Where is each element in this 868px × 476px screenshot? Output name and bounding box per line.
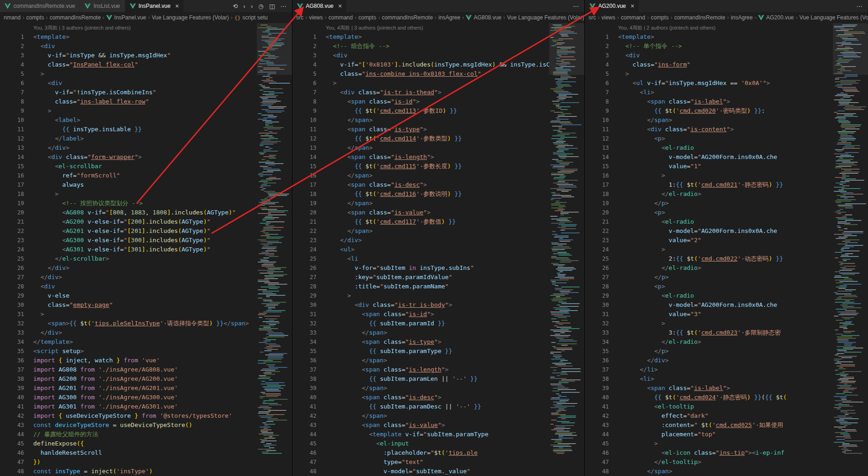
code-line[interactable]: 10 <label> [0,116,257,125]
code-line[interactable]: 29 <el-radio [585,291,833,300]
code-line[interactable]: 27 :key="subItem.paramIdValue" [292,273,549,282]
code-line[interactable]: 8 <span class="is-label"> [585,97,833,106]
code-line[interactable]: 43const deviceTypeStore = useDeviceTypeS… [0,421,257,430]
code-line[interactable]: 21 <AG200 v-else-if="[200].includes(AGTy… [0,217,257,226]
code-line[interactable]: 27 </div> [0,273,257,282]
code-line[interactable]: 34 </el-radio> [585,337,833,347]
code-line[interactable]: 21 {{ $t('cmd.cmd117'·参数值) }} [292,217,549,226]
tab-inslist-vue[interactable]: InsList.vue [80,0,125,12]
code-line[interactable]: 35<script setup> [0,347,257,356]
code-line[interactable]: 45defineExpose({ [0,439,257,448]
code-line[interactable]: 27 </p> [585,273,833,282]
code-line[interactable]: 28 <div [0,282,257,291]
back-icon[interactable]: ‹ [243,3,245,9]
code-line[interactable]: 30 class="empty-page" [0,300,257,310]
code-line[interactable]: 41 <el-tooltip [585,402,833,411]
code-line[interactable]: 9 {{ $t('cmd.cmd020'·密码类型) }}: [585,106,833,116]
code-line[interactable]: 45 <el-input [292,439,549,448]
code-line[interactable]: 43 <span class="is-value"> [292,421,549,430]
code-line[interactable]: 26 </el-radio> [585,263,833,273]
code-line[interactable]: 41import AG301 from './insAgree/AG301.vu… [0,402,257,411]
code-line[interactable]: 19 <!-- 按照协议类型划分 --> [0,199,257,208]
breadcrumb-item[interactable]: insAgree [438,14,460,21]
tab-ag808-vue[interactable]: AG808.vue× [292,0,347,12]
forward-icon[interactable]: › [251,3,253,9]
close-icon[interactable]: × [631,3,634,9]
code-line[interactable]: 1<template> [585,32,833,42]
code-line[interactable]: 18 {{ $t('cmd.cmd116'·参数说明) }} [292,189,549,199]
code-line[interactable]: 32 {{ subItem.paramId }} [292,319,549,328]
code-line[interactable]: 2 <div [0,42,257,51]
code-line[interactable]: 14 <span class="is-length"> [292,153,549,162]
code-line[interactable]: 19 </span> [292,199,549,208]
code-line[interactable]: 8 class="ins-label flex-row" [0,97,257,106]
code-line[interactable]: 20 <p> [585,208,833,217]
code-line[interactable]: 44 placement="top" [585,430,833,439]
more-icon[interactable]: ⋯ [280,3,286,9]
breadcrumb-item[interactable]: Vue Language Features (Volar) [800,14,868,21]
breadcrumb-item[interactable]: InsPanel.vue [106,14,146,21]
code-line[interactable]: 3 v-if="insType && insType.msgIdHex" [0,51,257,60]
code-line[interactable]: 24 > [585,245,833,254]
code-line[interactable]: 4 class="ins-form" [585,60,833,69]
codelens-authors[interactable]: You, 4周前 | 2 authors (jointech and other… [585,23,833,32]
breadcrumb-item[interactable]: views [601,14,615,21]
close-icon[interactable]: × [338,3,342,9]
code-line[interactable]: 42 </span> [292,411,549,421]
discard-icon[interactable]: ⟲ [233,3,238,9]
code-line[interactable]: 12 </label> [0,134,257,143]
code-line[interactable]: 44// 暴露给父组件的方法 [0,430,257,439]
code-line[interactable]: 46 <el-icon class="ins-tip"><i-ep-inf [585,448,833,458]
code-area[interactable]: You, 4周前 | 2 authors (jointech and other… [585,23,833,476]
code-line[interactable]: 23 <AG300 v-else-if="[300].includes(AGTy… [0,236,257,245]
code-line[interactable]: 18 </el-radio> [585,189,833,199]
breadcrumb-item[interactable]: Vue Language Features (Volar) [507,14,584,21]
code-line[interactable]: 32 > [585,319,833,328]
breadcrumb-item[interactable]: insAgree [731,14,753,21]
code-line[interactable]: 39import AG201 from './insAgree/AG201.vu… [0,384,257,393]
code-line[interactable]: 25 </el-scrollbar> [0,254,257,263]
more-icon[interactable]: ⋯ [573,3,579,9]
code-line[interactable]: 1<template> [0,32,257,42]
code-line[interactable]: 45 > [585,439,833,448]
code-line[interactable]: 6 > [292,79,549,88]
breadcrumb-item[interactable]: Vue Language Features (Volar) [152,14,229,21]
breadcrumb-item[interactable]: src [589,14,596,21]
breadcrumb-item[interactable]: commandInsRemote [674,14,725,21]
minimap-slider[interactable] [549,23,584,75]
code-line[interactable]: 37 </li> [585,365,833,374]
code-line[interactable]: 7 v-if="!insType.isCombineIns" [0,88,257,97]
code-line[interactable]: 40 {{ $t('cmd.cmd024'·静态密码) }}({{ $t( [585,393,833,402]
code-line[interactable]: 46 :placeholder="$t('tips.ple [292,448,549,458]
code-line[interactable]: 4 v-if="['0x8103'].includes(insType.msgI… [292,60,549,69]
tab-commandinsremote-vue[interactable]: commandInsRemote.vue [0,0,80,12]
code-line[interactable]: 40 <span class="is-desc"> [292,393,549,402]
code-line[interactable]: 16 > [585,171,833,180]
code-line[interactable]: 34</template> [0,337,257,347]
code-line[interactable]: 20 <AG808 v-if="[808, 1883, 1808].includ… [0,208,257,217]
breadcrumb-item[interactable]: views [309,14,323,21]
code-line[interactable]: 31 <span class="is-id"> [292,310,549,319]
code-line[interactable]: 18 > [0,189,257,199]
code-line[interactable]: 48 </span> [585,467,833,476]
code-line[interactable]: 38 {{ subItem.paramLen || '--' }} [292,374,549,384]
breadcrumb-item[interactable]: compts [651,14,669,21]
code-line[interactable]: 22 v-model="AG200Form.ins0x0A.che [585,226,833,236]
code-line[interactable]: 10 </span> [585,116,833,125]
code-line[interactable]: 41 {{ subItem.paramDesc || '--' }} [292,402,549,411]
code-line[interactable]: 12 <p> [585,134,833,143]
code-line[interactable]: 29 v-else [0,291,257,300]
code-line[interactable]: 30 <div class="is-tr is-body"> [292,300,549,310]
breadcrumb-item[interactable]: src [296,14,303,21]
code-line[interactable]: 37 <span class="is-length"> [292,365,549,374]
breadcrumb-item[interactable]: compts [358,14,376,21]
code-line[interactable]: 15 value="1" [585,162,833,171]
code-line[interactable]: 15 <el-scrollbar [0,162,257,171]
code-line[interactable]: 6 <ul v-if="insType.msgIdHex == '0x0A'"> [585,79,833,88]
code-line[interactable]: 5 > [585,69,833,79]
code-line[interactable]: 29 > [292,291,549,300]
code-line[interactable]: 43 :content=" $t('cmd.cmd025'·如果使用 [585,421,833,430]
more-icon[interactable]: ⋯ [856,3,862,9]
code-line[interactable]: 24 <AG301 v-else-if="[301].includes(AGTy… [0,245,257,254]
code-line[interactable]: 17 always [0,180,257,189]
